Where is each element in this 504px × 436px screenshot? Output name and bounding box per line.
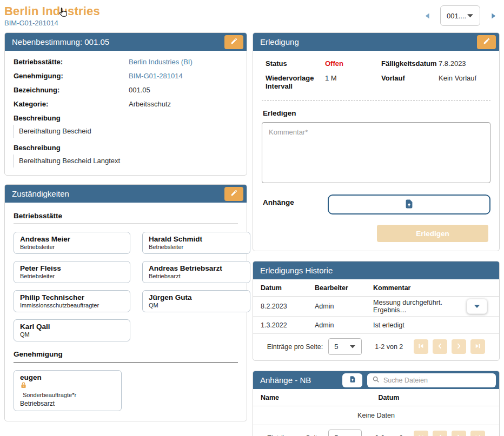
per-page-select[interactable]: 5 <box>328 338 362 355</box>
edit-nebenbestimmung-button[interactable] <box>224 35 243 49</box>
pencil-icon <box>230 37 238 46</box>
vorlauf-label: Vorlauf <box>381 74 439 90</box>
attachments-label: Anhänge <box>262 194 328 214</box>
status-grid: Status Offen Fälligkeitsdatum 7.8.2023 W… <box>262 58 490 91</box>
betriebsstaette-section-heading: Betriebsstätte <box>14 212 238 224</box>
pagination-prev-button[interactable] <box>433 431 447 436</box>
anhaenge-header-tools <box>342 373 496 387</box>
pagination-next-button[interactable] <box>452 431 466 436</box>
pagination-first-button[interactable] <box>414 431 428 436</box>
historie-table-header: Datum Bearbeiter Kommentar <box>253 279 499 297</box>
pagination-prev-button[interactable] <box>433 339 447 354</box>
comment-textarea[interactable] <box>262 122 490 183</box>
column-header: Bearbeiter <box>315 284 373 292</box>
person-role-secondary: Betriebsarzt <box>20 400 115 407</box>
erledigen-section-label: Erledigen <box>263 109 490 117</box>
person-chip[interactable]: eugen Sonderbeauftragte*r Betriebsarzt <box>14 370 122 411</box>
person-name: Jürgen Guta <box>149 293 244 301</box>
field-label: Bezeichnung: <box>14 86 129 94</box>
chevron-down-icon <box>349 434 356 436</box>
anhaenge-nb-title: Anhänge - NB <box>260 375 338 385</box>
person-role: QM <box>20 331 124 338</box>
chevron-right-icon <box>455 434 462 436</box>
person-role: Betriebsleiter <box>149 244 244 250</box>
next-record-arrow-icon[interactable] <box>489 11 498 20</box>
row-kommentar: Messung durchgeführt. Ergebnis… <box>373 299 467 314</box>
person-name: eugen <box>20 373 115 381</box>
person-role: Betriebsleiter <box>20 244 124 250</box>
description-label: Beschreibung <box>14 114 238 122</box>
column-header: Name <box>261 394 379 401</box>
file-upload-dropzone[interactable] <box>328 194 490 214</box>
historie-table-row: 1.3.2022 Admin Ist erledigt <box>253 317 499 334</box>
people-grid: Andreas Meier Betriebsleiter Harald Schm… <box>14 232 238 341</box>
attachments-row: Anhänge <box>262 194 490 214</box>
person-chip[interactable]: Philip Technischer Immissionsschutzbeauf… <box>14 290 130 312</box>
pagination-first-button[interactable] <box>414 339 428 354</box>
historie-pagination: Einträge pro Seite: 5 1-2 von 2 <box>253 334 499 360</box>
erledigung-card-header: Erledigung <box>253 33 499 51</box>
field-label: Betriebsstätte: <box>14 58 129 66</box>
skip-last-icon <box>474 343 481 351</box>
person-name: Karl Qali <box>20 323 124 331</box>
per-page-select[interactable]: 5 <box>328 430 362 436</box>
anhaenge-nb-card: Anhänge - NB Name Datum Ke <box>253 371 500 436</box>
chevron-left-icon <box>436 343 443 351</box>
column-header: Datum <box>379 394 496 401</box>
pencil-icon <box>230 189 238 198</box>
historie-card: Erledigungs Historie Datum Bearbeiter Ko… <box>253 261 500 361</box>
description-block: Beschreibung Bereithaltung Bescheid Lang… <box>14 144 238 167</box>
field-value: Arbeitsschutz <box>129 100 171 108</box>
pagination-next-button[interactable] <box>452 339 466 354</box>
person-chip[interactable]: Andreas Meier Betriebsleiter <box>14 232 130 254</box>
historie-table-row: 8.2.2023 Admin Messung durchgeführt. Erg… <box>253 297 499 317</box>
nebenbestimmung-card-header: Nebenbestimmung: 001.05 <box>5 33 247 51</box>
field-value: 001.05 <box>129 86 150 94</box>
person-name: Peter Fleiss <box>20 264 124 272</box>
anhaenge-nb-card-header: Anhänge - NB <box>253 371 499 389</box>
upload-file-button[interactable] <box>342 373 362 387</box>
anhaenge-pagination: Einträge pro Seite: 5 0-0 von 0 <box>253 425 499 436</box>
record-select[interactable]: 001.... <box>440 5 480 26</box>
person-chip[interactable]: Peter Fleiss Betriebsleiter <box>14 261 130 283</box>
person-chip[interactable]: Karl Qali QM <box>14 319 130 341</box>
betriebsstaette-link[interactable]: Berlin Industries (BI) <box>129 58 193 66</box>
edit-erledigung-button[interactable] <box>477 35 496 49</box>
pagination-last-button[interactable] <box>470 431 485 436</box>
chevron-down-icon <box>467 14 474 18</box>
row-bearbeiter: Admin <box>315 321 373 329</box>
page-range-text: 1-2 von 2 <box>375 343 403 351</box>
file-search-input[interactable] <box>383 377 491 384</box>
person-chip[interactable]: Harald Schmidt Betriebsleiter <box>142 232 250 254</box>
status-value: Offen <box>325 59 381 68</box>
description-value: Bereithaltung Bescheid <box>14 125 238 138</box>
people-grid: eugen Sonderbeauftragte*r Betriebsarzt <box>14 370 238 411</box>
per-page-label: Einträge pro Seite: <box>267 343 323 351</box>
erledigen-submit-button[interactable]: Erledigen <box>377 225 488 242</box>
chevron-right-icon <box>455 343 462 351</box>
interval-value: 1 M <box>325 74 381 90</box>
column-header: Datum <box>261 284 315 292</box>
skip-first-icon <box>417 343 425 351</box>
genehmigung-section-heading: Genehmigung <box>14 350 238 363</box>
nebenbestimmung-card: Nebenbestimmung: 001.05 Betriebsstätte: … <box>4 32 247 176</box>
expand-row-button[interactable] <box>467 299 487 314</box>
per-page-value: 5 <box>334 434 338 436</box>
person-chip[interactable]: Andreas Betriebsarzt Betriebsarzt <box>142 261 250 283</box>
row-bearbeiter: Admin <box>315 303 373 310</box>
field-row: Genehmigung: BIM-G01-281014 <box>14 72 238 80</box>
edit-zustaendigkeiten-button[interactable] <box>224 187 243 201</box>
genehmigung-link[interactable]: BIM-G01-281014 <box>129 72 183 80</box>
page-title[interactable]: Berlin Industries <box>4 4 100 18</box>
person-role: Betriebsleiter <box>20 273 124 279</box>
skip-last-icon <box>474 434 481 436</box>
file-upload-icon <box>349 375 356 385</box>
person-chip[interactable]: Jürgen Guta QM <box>142 290 250 312</box>
zustaendigkeiten-title: Zuständigkeiten <box>12 189 220 198</box>
empty-state-text: Keine Daten <box>253 406 499 425</box>
prev-record-arrow-icon[interactable] <box>423 11 432 20</box>
pagination-last-button[interactable] <box>470 339 485 354</box>
file-upload-icon <box>404 199 414 211</box>
search-icon <box>372 375 380 385</box>
page: Berlin Industries BIM-G01-281014 001.... <box>0 0 504 436</box>
